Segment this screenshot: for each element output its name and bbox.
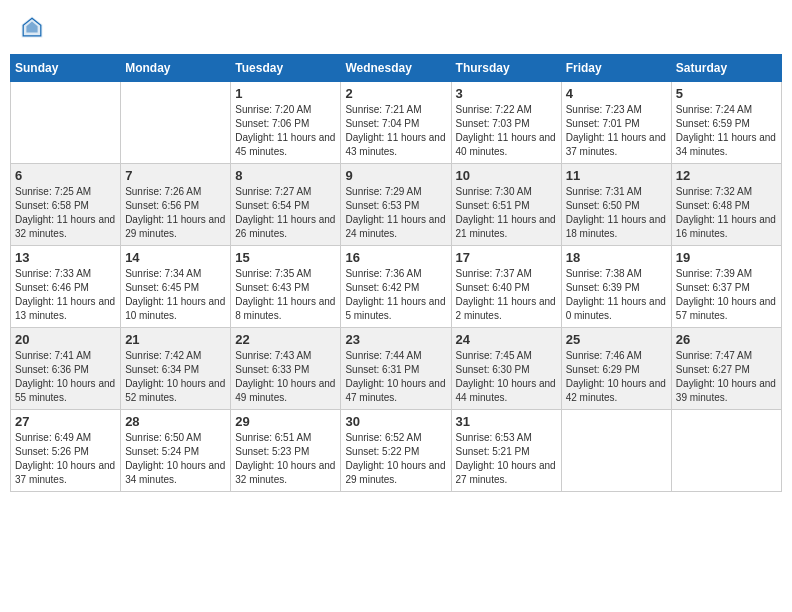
calendar-day-cell: 28Sunrise: 6:50 AMSunset: 5:24 PMDayligh… <box>121 410 231 492</box>
day-number: 10 <box>456 168 557 183</box>
day-info: Sunrise: 7:32 AMSunset: 6:48 PMDaylight:… <box>676 185 777 241</box>
day-number: 30 <box>345 414 446 429</box>
calendar-day-cell: 7Sunrise: 7:26 AMSunset: 6:56 PMDaylight… <box>121 164 231 246</box>
logo-icon <box>20 15 44 39</box>
day-number: 8 <box>235 168 336 183</box>
day-number: 15 <box>235 250 336 265</box>
day-number: 18 <box>566 250 667 265</box>
day-number: 5 <box>676 86 777 101</box>
day-number: 17 <box>456 250 557 265</box>
day-number: 25 <box>566 332 667 347</box>
calendar-day-cell: 18Sunrise: 7:38 AMSunset: 6:39 PMDayligh… <box>561 246 671 328</box>
calendar-day-cell <box>561 410 671 492</box>
calendar-day-cell: 4Sunrise: 7:23 AMSunset: 7:01 PMDaylight… <box>561 82 671 164</box>
day-number: 24 <box>456 332 557 347</box>
calendar-week-row: 6Sunrise: 7:25 AMSunset: 6:58 PMDaylight… <box>11 164 782 246</box>
calendar-day-cell: 25Sunrise: 7:46 AMSunset: 6:29 PMDayligh… <box>561 328 671 410</box>
day-info: Sunrise: 6:50 AMSunset: 5:24 PMDaylight:… <box>125 431 226 487</box>
day-of-week-header: Saturday <box>671 55 781 82</box>
day-info: Sunrise: 7:29 AMSunset: 6:53 PMDaylight:… <box>345 185 446 241</box>
calendar-week-row: 13Sunrise: 7:33 AMSunset: 6:46 PMDayligh… <box>11 246 782 328</box>
day-info: Sunrise: 7:33 AMSunset: 6:46 PMDaylight:… <box>15 267 116 323</box>
calendar-day-cell: 11Sunrise: 7:31 AMSunset: 6:50 PMDayligh… <box>561 164 671 246</box>
day-info: Sunrise: 6:51 AMSunset: 5:23 PMDaylight:… <box>235 431 336 487</box>
calendar-day-cell: 26Sunrise: 7:47 AMSunset: 6:27 PMDayligh… <box>671 328 781 410</box>
day-number: 3 <box>456 86 557 101</box>
calendar-table: SundayMondayTuesdayWednesdayThursdayFrid… <box>10 54 782 492</box>
day-number: 1 <box>235 86 336 101</box>
day-info: Sunrise: 6:49 AMSunset: 5:26 PMDaylight:… <box>15 431 116 487</box>
day-info: Sunrise: 7:20 AMSunset: 7:06 PMDaylight:… <box>235 103 336 159</box>
day-number: 20 <box>15 332 116 347</box>
calendar-day-cell <box>11 82 121 164</box>
calendar-day-cell: 27Sunrise: 6:49 AMSunset: 5:26 PMDayligh… <box>11 410 121 492</box>
day-number: 26 <box>676 332 777 347</box>
day-number: 16 <box>345 250 446 265</box>
day-info: Sunrise: 7:43 AMSunset: 6:33 PMDaylight:… <box>235 349 336 405</box>
calendar-day-cell: 10Sunrise: 7:30 AMSunset: 6:51 PMDayligh… <box>451 164 561 246</box>
calendar-day-cell: 23Sunrise: 7:44 AMSunset: 6:31 PMDayligh… <box>341 328 451 410</box>
calendar-day-cell: 16Sunrise: 7:36 AMSunset: 6:42 PMDayligh… <box>341 246 451 328</box>
calendar-day-cell: 3Sunrise: 7:22 AMSunset: 7:03 PMDaylight… <box>451 82 561 164</box>
day-info: Sunrise: 7:25 AMSunset: 6:58 PMDaylight:… <box>15 185 116 241</box>
day-of-week-header: Sunday <box>11 55 121 82</box>
day-of-week-header: Tuesday <box>231 55 341 82</box>
day-number: 31 <box>456 414 557 429</box>
calendar-day-cell: 12Sunrise: 7:32 AMSunset: 6:48 PMDayligh… <box>671 164 781 246</box>
day-info: Sunrise: 7:46 AMSunset: 6:29 PMDaylight:… <box>566 349 667 405</box>
day-info: Sunrise: 7:34 AMSunset: 6:45 PMDaylight:… <box>125 267 226 323</box>
day-number: 13 <box>15 250 116 265</box>
day-info: Sunrise: 7:47 AMSunset: 6:27 PMDaylight:… <box>676 349 777 405</box>
day-info: Sunrise: 7:21 AMSunset: 7:04 PMDaylight:… <box>345 103 446 159</box>
calendar-day-cell: 8Sunrise: 7:27 AMSunset: 6:54 PMDaylight… <box>231 164 341 246</box>
day-info: Sunrise: 7:30 AMSunset: 6:51 PMDaylight:… <box>456 185 557 241</box>
calendar-day-cell: 17Sunrise: 7:37 AMSunset: 6:40 PMDayligh… <box>451 246 561 328</box>
day-info: Sunrise: 7:41 AMSunset: 6:36 PMDaylight:… <box>15 349 116 405</box>
day-number: 19 <box>676 250 777 265</box>
calendar-day-cell: 22Sunrise: 7:43 AMSunset: 6:33 PMDayligh… <box>231 328 341 410</box>
calendar-day-cell: 15Sunrise: 7:35 AMSunset: 6:43 PMDayligh… <box>231 246 341 328</box>
calendar-day-cell: 13Sunrise: 7:33 AMSunset: 6:46 PMDayligh… <box>11 246 121 328</box>
calendar-day-cell: 30Sunrise: 6:52 AMSunset: 5:22 PMDayligh… <box>341 410 451 492</box>
day-number: 21 <box>125 332 226 347</box>
day-of-week-header: Wednesday <box>341 55 451 82</box>
calendar-day-cell: 9Sunrise: 7:29 AMSunset: 6:53 PMDaylight… <box>341 164 451 246</box>
calendar-week-row: 20Sunrise: 7:41 AMSunset: 6:36 PMDayligh… <box>11 328 782 410</box>
day-info: Sunrise: 6:52 AMSunset: 5:22 PMDaylight:… <box>345 431 446 487</box>
calendar-day-cell: 31Sunrise: 6:53 AMSunset: 5:21 PMDayligh… <box>451 410 561 492</box>
calendar-day-cell: 14Sunrise: 7:34 AMSunset: 6:45 PMDayligh… <box>121 246 231 328</box>
calendar-header-row: SundayMondayTuesdayWednesdayThursdayFrid… <box>11 55 782 82</box>
day-number: 27 <box>15 414 116 429</box>
calendar-day-cell: 29Sunrise: 6:51 AMSunset: 5:23 PMDayligh… <box>231 410 341 492</box>
logo <box>20 15 46 39</box>
day-info: Sunrise: 7:35 AMSunset: 6:43 PMDaylight:… <box>235 267 336 323</box>
day-info: Sunrise: 7:31 AMSunset: 6:50 PMDaylight:… <box>566 185 667 241</box>
day-info: Sunrise: 7:36 AMSunset: 6:42 PMDaylight:… <box>345 267 446 323</box>
calendar-day-cell: 2Sunrise: 7:21 AMSunset: 7:04 PMDaylight… <box>341 82 451 164</box>
calendar-week-row: 1Sunrise: 7:20 AMSunset: 7:06 PMDaylight… <box>11 82 782 164</box>
day-number: 28 <box>125 414 226 429</box>
day-info: Sunrise: 7:27 AMSunset: 6:54 PMDaylight:… <box>235 185 336 241</box>
day-number: 2 <box>345 86 446 101</box>
day-info: Sunrise: 7:22 AMSunset: 7:03 PMDaylight:… <box>456 103 557 159</box>
day-info: Sunrise: 7:26 AMSunset: 6:56 PMDaylight:… <box>125 185 226 241</box>
calendar-day-cell: 19Sunrise: 7:39 AMSunset: 6:37 PMDayligh… <box>671 246 781 328</box>
day-of-week-header: Monday <box>121 55 231 82</box>
day-number: 4 <box>566 86 667 101</box>
day-info: Sunrise: 7:38 AMSunset: 6:39 PMDaylight:… <box>566 267 667 323</box>
day-number: 6 <box>15 168 116 183</box>
calendar-day-cell: 1Sunrise: 7:20 AMSunset: 7:06 PMDaylight… <box>231 82 341 164</box>
day-of-week-header: Thursday <box>451 55 561 82</box>
calendar-day-cell: 6Sunrise: 7:25 AMSunset: 6:58 PMDaylight… <box>11 164 121 246</box>
calendar-day-cell <box>121 82 231 164</box>
day-number: 22 <box>235 332 336 347</box>
day-number: 7 <box>125 168 226 183</box>
calendar-day-cell: 5Sunrise: 7:24 AMSunset: 6:59 PMDaylight… <box>671 82 781 164</box>
calendar-day-cell: 21Sunrise: 7:42 AMSunset: 6:34 PMDayligh… <box>121 328 231 410</box>
day-info: Sunrise: 7:45 AMSunset: 6:30 PMDaylight:… <box>456 349 557 405</box>
day-number: 14 <box>125 250 226 265</box>
day-info: Sunrise: 7:24 AMSunset: 6:59 PMDaylight:… <box>676 103 777 159</box>
day-number: 23 <box>345 332 446 347</box>
calendar-day-cell <box>671 410 781 492</box>
day-info: Sunrise: 7:37 AMSunset: 6:40 PMDaylight:… <box>456 267 557 323</box>
